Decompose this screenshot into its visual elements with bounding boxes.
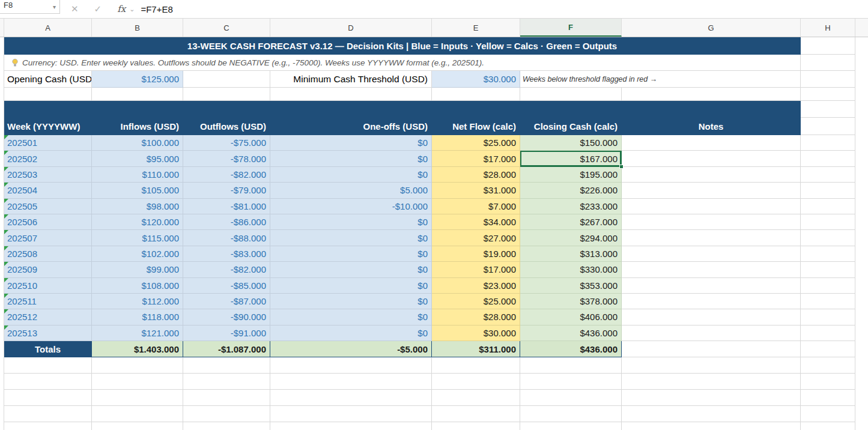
outflows-cell[interactable]: -$79.000 [183, 183, 270, 198]
oneoffs-cell[interactable]: $0 [270, 151, 432, 166]
netflow-cell[interactable]: $28.000 [432, 167, 520, 183]
netflow-cell[interactable]: $19.000 [432, 246, 520, 262]
totals-netflow[interactable]: $311.000 [432, 341, 520, 357]
empty-cell[interactable] [801, 262, 855, 277]
closing-cell[interactable]: $195.000 [520, 167, 622, 183]
outflows-cell[interactable]: -$90.000 [183, 309, 270, 325]
empty-cell[interactable] [801, 341, 855, 357]
empty-cell[interactable] [4, 390, 92, 406]
empty-cell[interactable] [183, 88, 270, 101]
empty-cell[interactable] [183, 71, 270, 88]
empty-cell[interactable] [520, 88, 622, 101]
empty-cell[interactable] [622, 341, 801, 357]
column-header-d[interactable]: D [270, 19, 432, 37]
empty-cell[interactable] [92, 422, 183, 430]
week-cell[interactable]: 202501 [4, 135, 92, 151]
outflows-cell[interactable]: -$85.000 [183, 278, 270, 294]
closing-cell[interactable]: $150.000 [520, 135, 622, 151]
week-cell[interactable]: 202504 [4, 183, 92, 198]
empty-cell[interactable] [270, 390, 432, 406]
oneoffs-cell[interactable]: -$10.000 [270, 199, 432, 214]
empty-cell[interactable] [801, 294, 855, 309]
inflows-cell[interactable]: $95.000 [92, 151, 183, 166]
min-threshold-value[interactable]: $30.000 [432, 71, 520, 88]
empty-cell[interactable] [801, 278, 855, 294]
empty-cell[interactable] [622, 390, 801, 406]
closing-cell[interactable]: $378.000 [520, 294, 622, 309]
column-header-h[interactable]: H [801, 19, 855, 37]
insert-function-icon[interactable]: fx [117, 4, 126, 14]
empty-cell[interactable] [855, 278, 868, 294]
inflows-cell[interactable]: $98.000 [92, 199, 183, 214]
empty-cell[interactable] [183, 390, 270, 406]
oneoffs-cell[interactable]: $0 [270, 230, 432, 246]
empty-cell[interactable] [520, 357, 622, 374]
oneoffs-cell[interactable]: $0 [270, 214, 432, 230]
empty-cell[interactable] [855, 214, 868, 230]
empty-cell[interactable] [4, 374, 92, 390]
empty-cell[interactable] [520, 422, 622, 430]
week-cell[interactable]: 202502 [4, 151, 92, 166]
week-cell[interactable]: 202506 [4, 214, 92, 230]
empty-cell[interactable] [801, 71, 855, 88]
inflows-cell[interactable]: $112.000 [92, 294, 183, 309]
empty-cell[interactable] [801, 390, 855, 406]
notes-cell[interactable] [622, 262, 801, 277]
outflows-cell[interactable]: -$82.000 [183, 167, 270, 183]
empty-cell[interactable] [855, 135, 868, 151]
empty-cell[interactable] [92, 357, 183, 374]
empty-cell[interactable] [801, 326, 855, 341]
week-cell[interactable]: 202509 [4, 262, 92, 277]
empty-cell[interactable] [855, 422, 868, 430]
empty-cell[interactable] [622, 357, 801, 374]
netflow-cell[interactable]: $23.000 [432, 278, 520, 294]
empty-cell[interactable] [801, 55, 855, 71]
oneoffs-cell[interactable]: $0 [270, 278, 432, 294]
closing-cell[interactable]: $436.000 [520, 326, 622, 341]
inflows-cell[interactable]: $100.000 [92, 135, 183, 151]
empty-cell[interactable] [432, 374, 520, 390]
empty-cell[interactable] [801, 199, 855, 214]
empty-cell[interactable] [801, 118, 855, 135]
empty-cell[interactable] [432, 390, 520, 406]
notes-cell[interactable] [622, 246, 801, 262]
empty-cell[interactable] [855, 199, 868, 214]
name-box-dropdown-icon[interactable]: ▾ [53, 4, 56, 10]
empty-cell[interactable] [270, 406, 432, 422]
formula-input[interactable]: =F7+E8 [141, 4, 172, 14]
column-header-e[interactable]: E [432, 19, 520, 37]
empty-cell[interactable] [92, 374, 183, 390]
empty-cell[interactable] [183, 406, 270, 422]
column-header-b[interactable]: B [92, 19, 183, 37]
empty-cell[interactable] [801, 135, 855, 151]
empty-cell[interactable] [4, 422, 92, 430]
empty-cell[interactable] [4, 357, 92, 374]
empty-cell[interactable] [92, 390, 183, 406]
oneoffs-cell[interactable]: $0 [270, 309, 432, 325]
oneoffs-cell[interactable]: $0 [270, 262, 432, 277]
outflows-cell[interactable]: -$91.000 [183, 326, 270, 341]
notes-cell[interactable] [622, 183, 801, 198]
closing-cell[interactable]: $226.000 [520, 183, 622, 198]
netflow-cell[interactable]: $30.000 [432, 326, 520, 341]
empty-cell[interactable] [270, 374, 432, 390]
outflows-cell[interactable]: -$86.000 [183, 214, 270, 230]
notes-cell[interactable] [622, 230, 801, 246]
closing-cell[interactable]: $330.000 [520, 262, 622, 277]
empty-cell[interactable] [270, 422, 432, 430]
fill-handle-icon[interactable] [619, 165, 624, 169]
empty-cell[interactable] [520, 406, 622, 422]
week-cell[interactable]: 202511 [4, 294, 92, 309]
enter-icon[interactable]: ✓ [94, 4, 102, 14]
inflows-cell[interactable]: $120.000 [92, 214, 183, 230]
empty-cell[interactable] [801, 151, 855, 166]
empty-cell[interactable] [801, 374, 855, 390]
inflows-cell[interactable]: $99.000 [92, 262, 183, 277]
empty-cell[interactable] [855, 294, 868, 309]
closing-cell[interactable]: $294.000 [520, 230, 622, 246]
opening-cash-value[interactable]: $125.000 [92, 71, 183, 88]
closing-cell[interactable]: $353.000 [520, 278, 622, 294]
empty-cell[interactable] [855, 183, 868, 198]
empty-cell[interactable] [855, 246, 868, 262]
empty-cell[interactable] [855, 262, 868, 277]
